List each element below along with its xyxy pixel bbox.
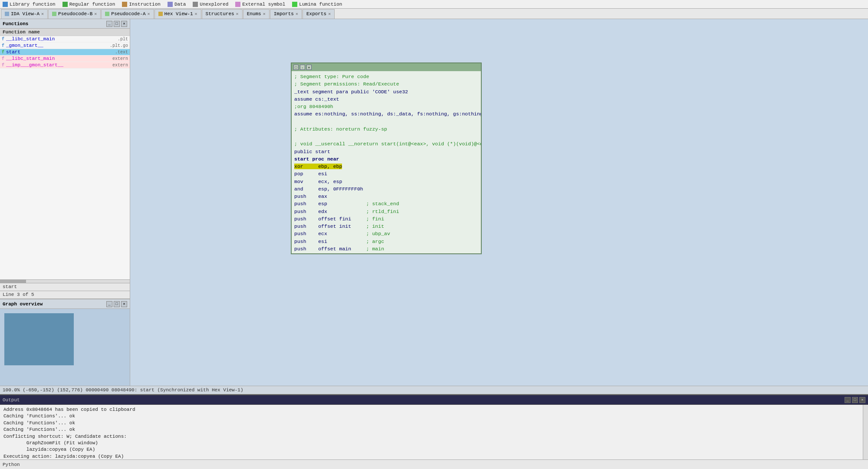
legend-external-label: External symbol xyxy=(242,2,285,7)
asm-line-4: assume cs:_text xyxy=(294,95,478,103)
function-list-header: Function name xyxy=(0,29,130,36)
python-bar-label: Python xyxy=(3,462,20,467)
output-panel-controls: _ □ ✕ xyxy=(845,397,865,403)
asm-line-push-eax: push eax xyxy=(294,193,478,200)
function-row-gmon-start[interactable]: f _gmon_start__ .plt.go xyxy=(0,43,130,49)
output-panel-close[interactable]: ✕ xyxy=(859,397,865,403)
output-content-area: Address 0x8048664 has been copied to cli… xyxy=(0,405,868,459)
functions-panel-close[interactable]: ✕ xyxy=(121,21,127,27)
tab-enums-close[interactable]: ✕ xyxy=(263,11,266,16)
tab-hex-view[interactable]: Hex View-1 ✕ xyxy=(155,9,201,19)
python-bar[interactable]: Python xyxy=(0,459,868,469)
tab-enums[interactable]: Enums ✕ xyxy=(243,9,270,19)
asm-line-push-fini: push offset fini ; fini xyxy=(294,215,478,223)
legend-data-label: Data xyxy=(174,2,186,7)
tab-pseudo-b-icon xyxy=(52,12,56,16)
asm-line-push-esi: push esi ; argc xyxy=(294,238,478,245)
function-list[interactable]: f __libc_start_main .plt f _gmon_start__… xyxy=(0,36,130,279)
graph-panel-minimize[interactable]: _ xyxy=(106,301,112,307)
tab-structures[interactable]: Structures ✕ xyxy=(202,9,243,19)
ida-asm-window: □ - ✕ ; Segment type: Pure code ; Segmen… xyxy=(291,62,482,254)
output-scrollbar[interactable] xyxy=(863,405,868,459)
tab-imports[interactable]: Imports ✕ xyxy=(270,9,302,19)
tab-exports-close[interactable]: ✕ xyxy=(328,11,331,16)
tab-pseudo-a-close[interactable]: ✕ xyxy=(148,11,150,16)
tab-hex-close[interactable]: ✕ xyxy=(195,11,197,16)
asm-line-push-init: push offset init ; init xyxy=(294,223,478,230)
function-name-column-header: Function name xyxy=(3,30,40,35)
output-line-7: lazyida:copyea (Copy EA) xyxy=(3,446,859,453)
function-list-scrollbar[interactable] xyxy=(0,279,130,283)
legend-library-function: Library function xyxy=(3,2,56,7)
tab-exports[interactable]: Exports ✕ xyxy=(302,9,335,19)
left-panel: Functions _ □ ✕ Function name f __libc_s… xyxy=(0,19,130,386)
legend-regular-function: Regular function xyxy=(62,2,115,7)
function-segment: extern xyxy=(112,63,128,68)
asm-line-8: ; void __usercall __noreturn start(int@<… xyxy=(294,140,478,148)
function-row-libc-start-main-plt[interactable]: f __libc_start_main .plt xyxy=(0,36,130,43)
legend-unexplored-label: Unexplored xyxy=(200,2,228,7)
legend-library-label: Library function xyxy=(10,2,56,7)
output-text[interactable]: Address 0x8048664 has been copied to cli… xyxy=(0,405,863,459)
function-icon: f xyxy=(2,43,4,48)
asm-line-9: public start xyxy=(294,148,478,155)
tab-pseudocode-a[interactable]: Pseudocode-A ✕ xyxy=(101,9,154,19)
function-row-libc-start-main-extern[interactable]: f __libc_start_main extern xyxy=(0,56,130,62)
asm-line-blank-2 xyxy=(294,133,478,140)
legend-lumina-function: Lumina function xyxy=(292,2,342,7)
graph-panel-maximize[interactable]: □ xyxy=(114,301,120,307)
tab-hex-icon xyxy=(158,12,163,16)
ida-window-btn-2[interactable]: - xyxy=(300,65,305,70)
legend-instruction: Instruction xyxy=(122,2,161,7)
asm-line-2: ; Segment permissions: Read/Execute xyxy=(294,80,478,88)
asm-line-6: assume es:nothing, ss:nothing, ds:_data,… xyxy=(294,110,478,118)
graph-inner-view xyxy=(4,313,74,365)
function-icon: f xyxy=(2,50,4,55)
functions-panel-minimize[interactable]: _ xyxy=(106,21,112,27)
tab-pseudo-a-label: Pseudocode-A xyxy=(111,11,145,16)
asm-line-and: and esp, 0FFFFFFF0h xyxy=(294,185,478,193)
ida-window-btn-1[interactable]: □ xyxy=(293,65,299,70)
asm-line-push-ecx: push ecx ; ubp_av xyxy=(294,230,478,237)
ida-window-btn-3[interactable]: ✕ xyxy=(306,65,312,70)
tab-imports-close[interactable]: ✕ xyxy=(296,11,298,16)
function-row-imp-gmon-start-extern[interactable]: f __imp___gmon_start__ extern xyxy=(0,62,130,69)
function-name: _gmon_start__ xyxy=(6,43,108,48)
tab-pseudo-b-close[interactable]: ✕ xyxy=(94,11,97,16)
functions-panel-maximize[interactable]: □ xyxy=(114,21,120,27)
function-row-start[interactable]: f start .text xyxy=(0,49,130,56)
legend-regular-dot xyxy=(62,2,68,7)
function-icon: f xyxy=(2,56,4,61)
tab-pseudo-a-icon xyxy=(105,12,109,16)
asm-line-mov: mov ecx, esp xyxy=(294,178,478,185)
output-line-4: Caching 'Functions'... ok xyxy=(3,426,859,433)
output-panel-minimize[interactable]: _ xyxy=(845,397,851,403)
asm-line-7: ; Attributes: noreturn fuzzy-sp xyxy=(294,125,478,133)
graph-canvas[interactable] xyxy=(0,309,130,386)
ida-window-content[interactable]: ; Segment type: Pure code ; Segment perm… xyxy=(292,71,481,253)
graph-panel-close[interactable]: ✕ xyxy=(121,301,127,307)
legend-external-symbol: External symbol xyxy=(235,2,285,7)
output-line-1: Address 0x8048664 has been copied to cli… xyxy=(3,407,859,413)
output-panel-maximize[interactable]: □ xyxy=(852,397,858,403)
asm-line-call: call ___libc_start_main xyxy=(294,253,478,253)
asm-line-pop: pop esi xyxy=(294,170,478,177)
legend-external-dot xyxy=(235,2,240,7)
output-line-6: GraphZoomFit (Fit window) xyxy=(3,440,859,446)
legend-data-dot xyxy=(168,2,173,7)
asm-line-blank-1 xyxy=(294,118,478,125)
tab-imports-label: Imports xyxy=(274,11,294,16)
tab-ida-close[interactable]: ✕ xyxy=(41,11,44,16)
graph-panel: Graph overview _ □ ✕ xyxy=(0,299,130,386)
function-segment: extern xyxy=(112,56,128,61)
tab-structures-close[interactable]: ✕ xyxy=(236,11,239,16)
center-area: □ - ✕ ; Segment type: Pure code ; Segmen… xyxy=(130,19,868,386)
tab-pseudocode-b[interactable]: Pseudocode-B ✕ xyxy=(48,9,101,19)
tab-ida-view-a[interactable]: IDA View-A ✕ xyxy=(1,9,48,19)
tab-enums-label: Enums xyxy=(247,11,261,16)
functions-current-function: start xyxy=(3,284,17,289)
tab-ida-label: IDA View-A xyxy=(11,11,39,16)
legend-lumina-dot xyxy=(292,2,297,7)
output-line-2: Caching 'Functions'... ok xyxy=(3,413,859,420)
legend-lumina-label: Lumina function xyxy=(299,2,342,7)
